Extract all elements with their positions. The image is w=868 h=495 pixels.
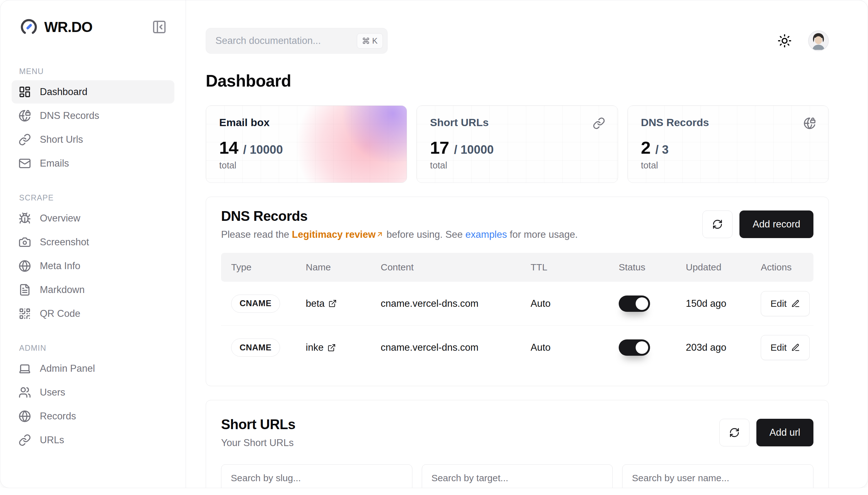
refresh-icon [712, 219, 723, 229]
topbar-right [777, 31, 829, 51]
sidebar-item-label: Admin Panel [40, 363, 95, 374]
stats-row: Email box 14 / 10000 total Short URLs 17… [206, 105, 829, 183]
add-url-button[interactable]: Add url [757, 419, 813, 446]
globe-lock-icon [18, 109, 31, 122]
sidebar-item-label: Markdown [40, 284, 85, 295]
record-name: beta [306, 298, 325, 309]
short-urls-panel: Short URLs Your Short URLs Add url [206, 400, 829, 488]
edit-record-button[interactable]: Edit [761, 291, 810, 316]
legitimacy-review-link[interactable]: Legitimacy review [292, 229, 384, 240]
link-icon [18, 133, 31, 146]
sidebar-collapse-icon[interactable] [152, 19, 167, 34]
search-input[interactable]: Search documentation... K [206, 28, 387, 54]
sidebar-item-short-urls[interactable]: Short Urls [12, 128, 174, 151]
table-row: CNAME inke cname.vercel-dns.com Auto 203… [221, 326, 813, 370]
sidebar-item-label: Overview [40, 213, 80, 224]
search-by-user-name-input[interactable] [622, 464, 813, 488]
sidebar-item-label: URLs [40, 434, 64, 446]
sidebar-item-users[interactable]: Users [12, 381, 174, 404]
sidebar-item-label: Dashboard [40, 86, 87, 98]
sidebar-item-label: Short Urls [40, 134, 83, 145]
search-by-target-input[interactable] [422, 464, 613, 488]
table-row: CNAME beta cname.vercel-dns.com Auto 150… [221, 282, 813, 326]
sidebar-item-overview[interactable]: Overview [12, 207, 174, 230]
stat-card-short-urls: Short URLs 17 / 10000 total [416, 105, 618, 183]
short-urls-header: Short URLs Your Short URLs Add url [221, 416, 813, 448]
sidebar-item-urls[interactable]: URLs [12, 428, 174, 452]
gauge-logo-icon [19, 17, 38, 37]
stat-limit: / 3 [655, 143, 669, 156]
page-title: Dashboard [206, 71, 829, 90]
examples-link[interactable]: examples [465, 229, 507, 240]
sidebar-item-label: Meta Info [40, 260, 80, 272]
external-link-icon[interactable] [327, 343, 336, 352]
sidebar-item-meta-info[interactable]: Meta Info [12, 254, 174, 278]
search-by-slug-input[interactable] [221, 464, 412, 488]
short-urls-description: Your Short URLs [221, 437, 295, 448]
record-updated: 150d ago [686, 298, 761, 309]
refresh-records-button[interactable] [702, 210, 732, 238]
search-placeholder: Search documentation... [215, 35, 357, 47]
brand-logo[interactable]: WR.DO [19, 17, 92, 37]
dns-panel-header: DNS Records Please read the Legitimacy r… [221, 208, 813, 240]
record-type-badge: CNAME [231, 294, 280, 313]
sidebar: WR.DO MENU Dashboard DNS Records Short U… [0, 0, 186, 488]
stat-value: 17 [430, 137, 449, 158]
external-link-icon[interactable] [328, 299, 337, 308]
record-updated: 203d ago [686, 342, 761, 353]
section-label-scrape: SCRAPE [19, 193, 174, 202]
dns-panel-description: Please read the Legitimacy review before… [221, 229, 578, 240]
pencil-icon [791, 343, 800, 352]
app-window: WR.DO MENU Dashboard DNS Records Short U… [0, 0, 868, 488]
dns-records-panel: DNS Records Please read the Legitimacy r… [206, 197, 829, 386]
qr-code-icon [18, 307, 31, 320]
sidebar-item-dns-records[interactable]: DNS Records [12, 104, 174, 127]
sidebar-item-label: DNS Records [40, 110, 99, 121]
globe-icon [18, 260, 31, 272]
topbar: Search documentation... K [206, 28, 829, 54]
camera-icon [18, 236, 31, 249]
record-content: cname.vercel-dns.com [381, 298, 531, 309]
sidebar-item-label: Users [40, 387, 65, 398]
stat-caption: total [430, 160, 604, 171]
table-header-row: Type Name Content TTL Status Updated Act… [221, 253, 813, 282]
record-type-badge: CNAME [231, 339, 280, 357]
sidebar-item-markdown[interactable]: Markdown [12, 278, 174, 302]
link-icon [18, 434, 31, 446]
sidebar-item-qr-code[interactable]: QR Code [12, 302, 174, 325]
col-actions: Actions [761, 262, 813, 273]
dns-panel-title: DNS Records [221, 208, 578, 224]
stat-title: Email box [219, 116, 394, 129]
sidebar-item-label: Screenshot [40, 237, 89, 248]
status-toggle[interactable] [619, 295, 650, 312]
dns-records-table: Type Name Content TTL Status Updated Act… [221, 253, 813, 370]
record-content: cname.vercel-dns.com [381, 342, 531, 353]
short-urls-title: Short URLs [221, 416, 295, 432]
sidebar-item-label: Emails [40, 158, 69, 169]
sidebar-item-screenshot[interactable]: Screenshot [12, 231, 174, 254]
sidebar-item-label: Records [40, 411, 76, 422]
sidebar-item-emails[interactable]: Emails [12, 152, 174, 175]
avatar[interactable] [808, 31, 829, 51]
sidebar-header: WR.DO [12, 0, 174, 54]
record-ttl: Auto [531, 342, 619, 353]
brand-name: WR.DO [44, 18, 92, 35]
stat-card-dns-records: DNS Records 2 / 3 total [627, 105, 829, 183]
record-name: inke [306, 342, 324, 353]
sidebar-item-label: QR Code [40, 308, 80, 319]
sun-icon[interactable] [777, 34, 792, 48]
file-text-icon [18, 284, 31, 296]
sidebar-item-dashboard[interactable]: Dashboard [12, 80, 174, 103]
sidebar-item-admin-panel[interactable]: Admin Panel [12, 357, 174, 380]
mail-icon [18, 157, 31, 170]
refresh-icon [729, 427, 740, 438]
stat-card-email-box: Email box 14 / 10000 total [206, 105, 407, 183]
pencil-icon [791, 299, 800, 308]
status-toggle[interactable] [619, 339, 650, 356]
refresh-urls-button[interactable] [719, 419, 749, 446]
add-record-button[interactable]: Add record [740, 210, 813, 238]
edit-record-button[interactable]: Edit [761, 335, 810, 360]
stat-limit: / 10000 [454, 143, 494, 156]
main-content: Search documentation... K Das [186, 0, 868, 488]
sidebar-item-records[interactable]: Records [12, 405, 174, 428]
